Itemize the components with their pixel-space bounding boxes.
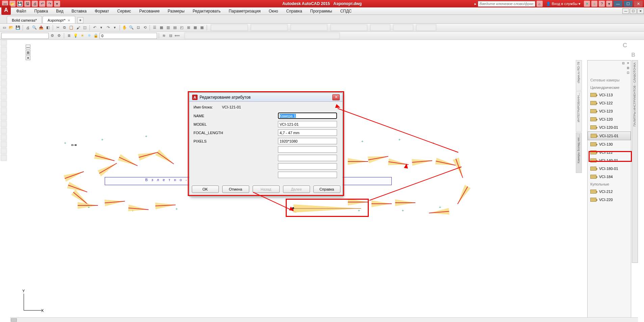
palette-item-vci-220[interactable]: VCI-220: [588, 196, 631, 204]
tb-paste-icon[interactable]: 📋: [68, 25, 74, 31]
vt-text-icon[interactable]: [1, 87, 7, 93]
dialog-titlebar[interactable]: A Редактирование атрибутов ✕: [189, 93, 342, 102]
login-link[interactable]: 👤 Вход в службы ▾: [544, 2, 583, 6]
qat-saveas-icon[interactable]: 🖫: [24, 1, 30, 7]
tb-props-icon[interactable]: ☰: [152, 25, 158, 31]
tb-laystate-icon[interactable]: ≋: [161, 33, 167, 39]
vt-copy-icon[interactable]: [1, 107, 7, 114]
dialog-close-button[interactable]: ✕: [332, 94, 340, 100]
viewport-btn3[interactable]: ✕: [26, 55, 30, 60]
palette-item-vci-130[interactable]: VCI-130: [588, 140, 631, 148]
tb-table-icon[interactable]: ▦: [192, 25, 198, 31]
tb-ssm-icon[interactable]: ▤: [172, 25, 178, 31]
tb-gear-icon[interactable]: ⚙: [49, 33, 55, 39]
infocenter-icon[interactable]: ⌕: [537, 1, 543, 7]
vt-pline-icon[interactable]: [1, 47, 7, 53]
blur-long[interactable]: [184, 32, 340, 39]
menu-spds[interactable]: СПДС: [336, 8, 356, 15]
back-button[interactable]: Назад: [253, 185, 280, 193]
tb-bulb-icon[interactable]: 💡: [73, 33, 79, 39]
qat-save-icon[interactable]: 💾: [17, 1, 23, 7]
ok-button[interactable]: OK: [192, 185, 219, 193]
tb-layprev-icon[interactable]: ⟸: [174, 33, 180, 39]
vt-offset-icon[interactable]: [1, 134, 7, 141]
vt-rotate-icon[interactable]: [1, 114, 7, 120]
vt-arc-icon[interactable]: [1, 60, 7, 66]
app-logo-icon[interactable]: A: [1, 5, 11, 15]
help-button[interactable]: Справка: [313, 185, 340, 193]
qat-drop-icon[interactable]: ▾: [54, 1, 60, 7]
vt-extend-icon[interactable]: [1, 128, 7, 134]
tb-match-icon[interactable]: 🖌: [75, 25, 81, 31]
tb-cut-icon[interactable]: ✂: [55, 25, 61, 31]
vt-array-icon[interactable]: [1, 155, 7, 161]
blur-combo-4[interactable]: [330, 24, 367, 31]
tb-zoom-icon[interactable]: 🔍: [128, 25, 134, 31]
tb-preview-icon[interactable]: 🔍: [31, 25, 37, 31]
palette-tab-integr[interactable]: ИНТЕГРИРОВАНН...: [576, 91, 582, 132]
tb-block-icon[interactable]: ◫: [82, 25, 88, 31]
palette-item-vci-113[interactable]: VCI-113: [588, 91, 631, 99]
layer-combo[interactable]: [100, 33, 157, 39]
tb-lock-icon[interactable]: 🔒: [93, 33, 99, 39]
vt-ellipse-icon[interactable]: [1, 74, 7, 80]
menu-insert[interactable]: Вставка: [68, 8, 91, 15]
doc-min-button[interactable]: —: [622, 8, 629, 14]
vt-circle-icon[interactable]: [1, 53, 7, 59]
tb-undo-icon[interactable]: ↶: [92, 25, 98, 31]
attr-input-blank[interactable]: [278, 155, 337, 161]
palette-item-vci-123[interactable]: VCI-123: [588, 107, 631, 115]
vt-hatch-icon[interactable]: [1, 80, 7, 86]
close-button[interactable]: ✕: [634, 1, 643, 7]
tb-copy-icon[interactable]: ⧉: [61, 25, 68, 31]
vt-move-icon[interactable]: [1, 101, 7, 107]
tb-redo-icon[interactable]: ↷: [105, 25, 111, 31]
tb-print-icon[interactable]: 🖨: [25, 25, 31, 31]
tb-freeze-icon[interactable]: ❄: [86, 33, 92, 39]
drop2-icon[interactable]: ▾: [606, 1, 612, 7]
palette-tab-bolid[interactable]: Камеры Болид ver....: [576, 132, 582, 173]
menu-view[interactable]: Вид: [52, 8, 68, 15]
blur-combo-1[interactable]: [211, 24, 248, 31]
doc-max-button[interactable]: ☐: [630, 8, 637, 14]
menu-help[interactable]: Справка: [282, 8, 306, 15]
attr-input-blank[interactable]: [278, 172, 337, 178]
next-button[interactable]: Далее: [283, 185, 310, 193]
tb-qc-icon[interactable]: ⊞: [185, 25, 191, 31]
vt-line-icon[interactable]: [1, 40, 7, 46]
tb-pan-icon[interactable]: ✋: [122, 25, 128, 31]
qat-print-icon[interactable]: 🖨: [32, 1, 38, 7]
menu-modify[interactable]: Редактировать: [188, 8, 225, 15]
exchange-icon[interactable]: ✕: [584, 1, 590, 7]
palette-pin-icon[interactable]: ⊟: [621, 61, 625, 65]
attr-input-MODEL[interactable]: [278, 121, 337, 127]
tab-close-icon[interactable]: ✕: [68, 19, 70, 22]
palette-close-icon[interactable]: ✕: [626, 61, 630, 65]
menu-file[interactable]: Файл: [12, 8, 30, 15]
blur-btn-1[interactable]: [370, 24, 390, 31]
blur-btn-3[interactable]: [416, 24, 436, 31]
menu-service[interactable]: Сервис: [113, 8, 135, 15]
vt-mirror-icon[interactable]: [1, 141, 7, 147]
palette-item-vci-184[interactable]: VCI-184: [588, 173, 631, 181]
layer-filter-input[interactable]: [1, 33, 49, 39]
vt-trim-icon[interactable]: [1, 121, 7, 127]
menu-format[interactable]: Формат: [91, 8, 113, 15]
tb-zoomprev-icon[interactable]: ⟲: [142, 25, 148, 31]
h-scrollbar[interactable]: [10, 317, 638, 322]
help-icon[interactable]: ?: [599, 1, 605, 7]
cancel-button[interactable]: Отмена: [222, 185, 249, 193]
tb-tp-icon[interactable]: ▥: [165, 25, 171, 31]
tb-drop1-icon[interactable]: ▾: [98, 25, 104, 31]
tb-dc-icon[interactable]: ▦: [158, 25, 164, 31]
blur-btn-2[interactable]: [393, 24, 413, 31]
palette-title-bar[interactable]: ПАЛИТРЫ ИНСТРУМЕНТОВ - СЛАБОТОЧКА: [632, 60, 638, 263]
menu-programs[interactable]: Программы: [306, 8, 336, 15]
tb-save-icon[interactable]: 💾: [15, 25, 21, 31]
tb-publish-icon[interactable]: 📤: [38, 25, 44, 31]
tb-markup-icon[interactable]: ◰: [179, 25, 185, 31]
minimize-button[interactable]: —: [614, 1, 622, 7]
tb-grid-icon[interactable]: ▦: [199, 25, 205, 31]
tb-open-icon[interactable]: 📂: [8, 25, 14, 31]
palette-tab-cleper[interactable]: cleper.ru RD-78: [576, 60, 582, 91]
